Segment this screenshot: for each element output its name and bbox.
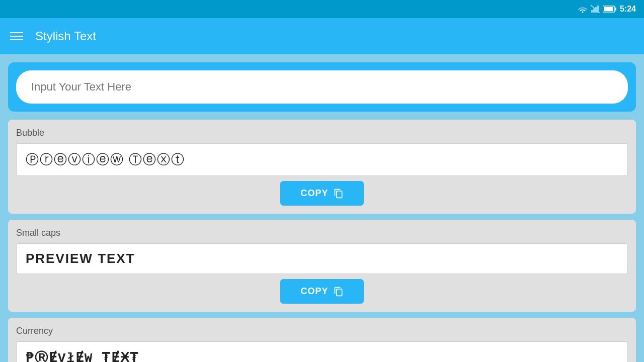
signal-icon (591, 5, 600, 13)
text-input[interactable] (16, 70, 628, 104)
status-icons: 5:24 (578, 5, 636, 14)
copy-label-small-caps: COPY (300, 286, 328, 297)
wifi-icon (578, 5, 588, 13)
copy-button-bubble[interactable]: COPY (280, 181, 363, 206)
svg-rect-6 (615, 8, 616, 11)
copy-icon-bubble (334, 189, 344, 199)
preview-currency: ₱ⓇɆVłɆW ₮ɆӾ₮ (16, 341, 628, 362)
status-bar: 5:24 (0, 0, 644, 18)
style-card-bubble: Bubble Ⓟⓡⓔⓥⓘⓔⓦ Ⓣⓔⓧⓣ COPY (8, 120, 636, 214)
style-label-small-caps: Small caps (16, 228, 628, 238)
preview-bubble: Ⓟⓡⓔⓥⓘⓔⓦ Ⓣⓔⓧⓣ (16, 143, 628, 176)
status-time: 5:24 (620, 5, 636, 14)
copy-btn-row-small-caps: COPY (16, 279, 628, 304)
input-card (8, 62, 636, 112)
style-label-bubble: Bubble (16, 128, 628, 138)
style-label-currency: Currency (16, 326, 628, 336)
copy-label-bubble: COPY (300, 188, 328, 199)
style-cards-container: Bubble Ⓟⓡⓔⓥⓘⓔⓦ Ⓣⓔⓧⓣ COPY Small caps PREV… (8, 120, 636, 362)
app-title: Stylish Text (35, 29, 96, 43)
style-card-small-caps: Small caps PREVIEW TEXT COPY (8, 220, 636, 312)
svg-rect-0 (591, 10, 593, 13)
menu-icon[interactable] (10, 32, 23, 40)
main-content: Bubble Ⓟⓡⓔⓥⓘⓔⓦ Ⓣⓔⓧⓣ COPY Small caps PREV… (0, 54, 644, 362)
copy-icon-small-caps (334, 287, 344, 297)
battery-icon (603, 5, 617, 13)
preview-small-caps: PREVIEW TEXT (16, 243, 628, 274)
copy-btn-row-bubble: COPY (16, 181, 628, 206)
svg-rect-1 (593, 9, 595, 13)
copy-button-small-caps[interactable]: COPY (280, 279, 363, 304)
svg-rect-7 (604, 7, 613, 11)
app-bar: Stylish Text (0, 18, 644, 54)
style-card-currency: Currency ₱ⓇɆVłɆW ₮ɆӾ₮ (8, 318, 636, 362)
